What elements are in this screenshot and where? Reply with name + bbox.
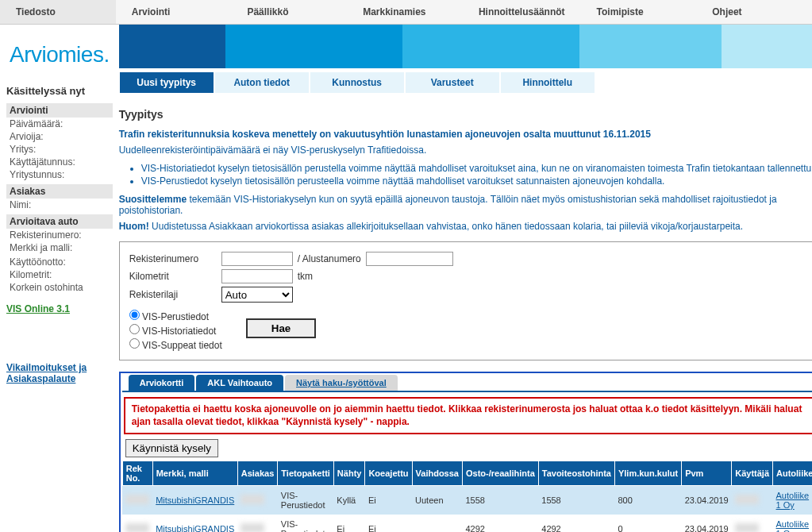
cell-cust [241, 523, 264, 532]
cell-pkg: VIS-Perustiedot [278, 486, 334, 515]
field-kilometrit: Kilometrit: [6, 268, 113, 281]
cell-trade [412, 515, 462, 532]
table-row[interactable]: MitsubishiGRANDIS VIS-Perustiedot Kyllä … [122, 486, 812, 515]
cell-dealer[interactable]: Autoliike 1 Oy [776, 491, 810, 510]
radio-suppeat[interactable]: VIS-Suppeat tiedot [129, 337, 222, 352]
sidebar-section-auto: Arvioitava auto [6, 214, 113, 229]
th-tietopaketti[interactable]: Tietopaketti [278, 461, 334, 486]
cell-make[interactable]: MitsubishiGRANDIS [156, 524, 234, 532]
reg-label: Rekisterinumero [129, 253, 217, 264]
th-koeajettu[interactable]: Koeajettu [365, 461, 412, 486]
cell-make[interactable]: MitsubishiGRANDIS [156, 495, 234, 505]
info-bullets: VIS-Historiatiedot kyselyn tietosisällön… [119, 162, 812, 194]
page-heading: Tyypitys [119, 103, 812, 129]
km-input[interactable] [221, 269, 293, 283]
cell-date: 23.04.2019 [682, 486, 732, 515]
menu-arviointi[interactable]: Arviointi [116, 0, 232, 24]
primary-tabs: Uusi tyypitys Auton tiedot Kunnostus Var… [119, 71, 812, 94]
th-nahty[interactable]: Nähty [333, 461, 365, 486]
cell-trade: Uuteen [412, 486, 462, 515]
chassis-label: / Alustanumero [298, 253, 361, 264]
vis-radio-group: VIS-Perustiedot VIS-Historiatiedot VIS-S… [129, 304, 222, 352]
results-frame: Arviokortti AKL Vaihtoauto Näytä haku-/s… [119, 372, 812, 532]
cell-dealer[interactable]: Autoliike 1 Oy [776, 519, 810, 532]
radio-perustiedot[interactable]: VIS-Perustiedot [129, 309, 222, 323]
notice-rereg: Uudelleenrekisteröintipäivämäärä ei näy … [119, 145, 812, 162]
type-label: Rekisterilaji [129, 289, 217, 300]
subtab-arviokortti[interactable]: Arviokortti [129, 375, 195, 391]
field-nimi: Nimi: [6, 199, 113, 211]
menu-paallikko[interactable]: Päällikkö [231, 0, 347, 24]
cell-test: Ei [365, 515, 412, 532]
tab-hinnoittelu[interactable]: Hinnoittelu [500, 71, 595, 94]
field-merkki: Merkki ja malli: [6, 241, 113, 254]
menu-markkinamies[interactable]: Markkinamies [347, 0, 463, 24]
radio-historiatiedot[interactable]: VIS-Historiatiedot [129, 323, 222, 337]
th-kayttaja[interactable]: Käyttäjä [732, 461, 773, 486]
th-tavoite[interactable]: Tavoiteostohinta [538, 461, 614, 486]
type-select[interactable]: Auto [221, 287, 293, 303]
logo: Arviomies. [6, 33, 113, 82]
cell-extra: 0 [614, 515, 681, 532]
cell-target: 1558 [538, 486, 614, 515]
km-label: Kilometrit [129, 271, 217, 282]
menubar: Tiedosto Arviointi Päällikkö Markkinamie… [0, 0, 812, 25]
subtabs: Arviokortti AKL Vaihtoauto Näytä haku-/s… [122, 375, 812, 392]
cell-seen: Ei [333, 515, 365, 532]
field-yritys: Yritys: [6, 143, 113, 156]
tab-varusteet[interactable]: Varusteet [405, 71, 500, 94]
tab-uusi-tyypitys[interactable]: Uusi tyypitys [119, 71, 214, 94]
bullet-1: VIS-Historiatiedot kyselyn tietosisällön… [141, 162, 812, 175]
menu-ohjeet[interactable]: Ohjeet [696, 0, 812, 24]
cell-buy: 1558 [462, 486, 538, 515]
reg-input[interactable] [221, 252, 293, 266]
vis-online-link[interactable]: VIS Online 3.1 [6, 294, 113, 314]
sidebar-title: Käsittelyssä nyt [6, 82, 113, 100]
huom-notice: Huom! Uudistetussa Asiakkaan arviokortis… [119, 221, 812, 241]
sidebar-section-asiakas: Asiakas [6, 184, 113, 199]
field-paivamaara: Päivämäärä: [6, 118, 113, 130]
th-osto[interactable]: Osto-/reaalihinta [462, 461, 538, 486]
kaynnista-kysely-button[interactable]: Käynnistä kysely [125, 439, 218, 457]
cell-user [735, 495, 759, 504]
feedback-link[interactable]: Vikailmoitukset ja Asiakaspalaute [6, 362, 87, 384]
tab-auton-tiedot[interactable]: Auton tiedot [214, 71, 310, 94]
cell-pkg: VIS-Perustiedot [278, 515, 334, 532]
alert-box: Tietopakettia ei haettu koska ajoneuvoll… [124, 397, 812, 434]
menu-toimipiste[interactable]: Toimipiste [581, 0, 697, 24]
th-asiakas[interactable]: Asiakas [237, 461, 278, 486]
th-vaihdossa[interactable]: Vaihdossa [412, 461, 462, 486]
tab-kunnostus[interactable]: Kunnostus [310, 71, 405, 94]
results-body: MitsubishiGRANDIS VIS-Perustiedot Kyllä … [122, 486, 812, 532]
cell-reg[interactable] [125, 523, 149, 532]
sidebar-section-arviointi: Arviointi [6, 103, 113, 118]
search-form: Rekisterinumero / Alustanumero Kilometri… [119, 241, 812, 360]
cell-date: 23.04.2019 [682, 515, 732, 532]
bullet-2: VIS-Perustiedot kyselyn tietosisällön pe… [141, 175, 812, 187]
results-table: Rek No. Merkki, malli Asiakas Tietopaket… [122, 461, 812, 532]
th-pvm[interactable]: Pvm [682, 461, 732, 486]
cell-buy: 4292 [462, 515, 538, 532]
th-merkki[interactable]: Merkki, malli [152, 461, 237, 486]
th-rek[interactable]: Rek No. [122, 461, 152, 486]
cell-extra: 800 [614, 486, 681, 515]
cell-seen: Kyllä [333, 486, 365, 515]
field-kayttoonotto: Käyttöönotto: [6, 256, 113, 268]
subtab-akl[interactable]: AKL Vaihtoauto [196, 375, 283, 391]
subtab-nayta-haku[interactable]: Näytä haku-/syöttöval [285, 375, 398, 391]
km-unit: tkm [298, 271, 313, 282]
table-row[interactable]: MitsubishiGRANDIS VIS-Perustiedot Ei Ei … [122, 515, 812, 532]
chassis-input[interactable] [366, 252, 453, 266]
cell-cust [241, 495, 264, 504]
hae-button[interactable]: Hae [246, 318, 316, 338]
th-autoliike[interactable]: Autoliike [773, 461, 812, 486]
th-ylim[interactable]: Ylim.kun.kulut [614, 461, 681, 486]
menu-hinnoittelusaannot[interactable]: Hinnoittelusäännöt [463, 0, 581, 24]
notice-trafi: Trafin rekisteritunnuksia koskeva menett… [119, 129, 812, 145]
cell-reg[interactable] [125, 495, 149, 504]
recommendation: Suosittelemme tekemään VIS-Historiakysel… [119, 194, 812, 221]
menu-tiedosto[interactable]: Tiedosto [0, 0, 116, 24]
field-ostohinta: Korkein ostohinta [6, 281, 113, 294]
sidebar: Arviomies. Käsittelyssä nyt Arviointi Pä… [0, 25, 119, 532]
cell-test: Ei [365, 486, 412, 515]
